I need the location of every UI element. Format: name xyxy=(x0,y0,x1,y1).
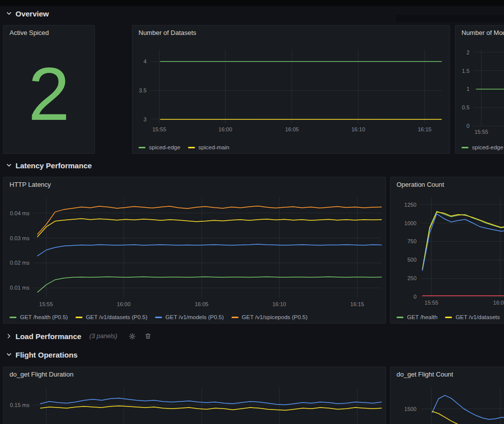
toolbar-strip xyxy=(396,15,504,22)
operation-count-chart[interactable]: 02505007501000125015:5516:00 xyxy=(390,191,504,323)
panel-title[interactable]: HTTP Latency xyxy=(10,181,51,188)
panel-flight-duration: do_get Flight Duration 0.15 ms xyxy=(3,367,386,424)
svg-text:750: 750 xyxy=(408,238,416,244)
panel-active-spiced: Active Spiced 2 xyxy=(3,25,95,154)
legend-swatch xyxy=(138,147,146,148)
chevron-down-icon xyxy=(5,351,12,359)
legend-label: GET /v1/datasets xyxy=(456,314,500,320)
chevron-right-icon xyxy=(5,333,12,340)
section-header-load-performance[interactable]: Load Performance (3 panels) xyxy=(5,331,152,342)
legend-swatch xyxy=(76,317,82,318)
svg-text:250: 250 xyxy=(408,275,416,281)
legend-item[interactable]: GET /v1/datasets (P0.5) xyxy=(76,314,148,320)
legend-item[interactable]: GET /v1/spicepods (P0.5) xyxy=(232,314,308,320)
stat-value: 2 xyxy=(4,34,94,153)
datasets-chart[interactable]: 33.5415:5516:0016:0516:1016:15 xyxy=(132,39,450,153)
svg-text:16:15: 16:15 xyxy=(418,126,432,132)
panel-number-of-models: Number of Models 00.511.5215:55 spiced-e… xyxy=(455,25,504,154)
legend-item[interactable]: spiced-edge xyxy=(138,144,180,150)
chevron-down-icon xyxy=(5,162,12,169)
panel-flight-count: do_get Flight Count 1500 xyxy=(390,367,504,424)
legend-label: GET /v1/datasets (P0.5) xyxy=(86,314,148,320)
panel-title[interactable]: do_get Flight Duration xyxy=(10,371,74,378)
http_latency-plot: 0.01 ms0.02 ms0.03 ms0.04 ms15:5516:0016… xyxy=(4,191,386,323)
legend-item[interactable]: spiced-edge xyxy=(462,144,504,150)
section-header-latency-performance[interactable]: Latency Performance xyxy=(5,160,92,171)
flight_count-plot: 1500 xyxy=(390,381,504,424)
panel-count-note: (3 panels) xyxy=(90,333,118,340)
chevron-down-icon xyxy=(5,10,12,17)
panel-title[interactable]: Number of Models xyxy=(462,29,504,36)
legend-swatch xyxy=(232,317,238,318)
legend-label: spiced-edge xyxy=(149,144,180,150)
legend-label: spiced-main xyxy=(198,144,230,150)
legend: GET /health (P0.5)GET /v1/datasets (P0.5… xyxy=(10,314,384,320)
svg-text:500: 500 xyxy=(408,257,416,263)
svg-text:0.01 ms: 0.01 ms xyxy=(10,285,30,291)
svg-text:0: 0 xyxy=(466,123,470,129)
flight_duration-plot: 0.15 ms xyxy=(4,381,386,424)
svg-text:1500: 1500 xyxy=(404,406,416,412)
svg-text:16:10: 16:10 xyxy=(352,126,366,132)
svg-text:0: 0 xyxy=(414,294,416,300)
svg-text:15:55: 15:55 xyxy=(474,129,488,135)
http-latency-chart[interactable]: 0.01 ms0.02 ms0.03 ms0.04 ms15:5516:0016… xyxy=(4,191,386,323)
svg-text:3: 3 xyxy=(144,116,146,122)
legend-label: spiced-edge xyxy=(472,144,504,150)
svg-text:16:00: 16:00 xyxy=(117,301,131,307)
svg-text:16:00: 16:00 xyxy=(218,126,232,132)
svg-text:1: 1 xyxy=(466,86,470,92)
svg-text:1.5: 1.5 xyxy=(462,68,470,74)
legend-item[interactable]: GET /health xyxy=(396,314,438,320)
datasets-plot: 33.5415:5516:0016:0516:1016:15 xyxy=(132,39,450,153)
legend-label: GET /health xyxy=(407,314,438,320)
svg-text:16:10: 16:10 xyxy=(272,301,286,307)
svg-text:16:05: 16:05 xyxy=(285,126,299,132)
panel-title[interactable]: Operation Count xyxy=(396,181,444,188)
svg-text:0.15 ms: 0.15 ms xyxy=(10,402,30,408)
legend-label: GET /health (P0.5) xyxy=(20,314,68,320)
legend: spiced-edgespiced-main xyxy=(138,144,448,150)
gear-icon[interactable] xyxy=(128,332,136,340)
legend-label: GET /v1/models (P0.5) xyxy=(166,314,224,320)
section-label: Flight Operations xyxy=(16,351,78,359)
svg-text:15:55: 15:55 xyxy=(39,301,53,307)
legend-item[interactable]: GET /health (P0.5) xyxy=(10,314,68,320)
operation_count-plot: 02505007501000125015:5516:00 xyxy=(390,191,504,323)
models-chart[interactable]: 00.511.5215:55 xyxy=(456,39,504,153)
legend-swatch xyxy=(445,317,452,318)
panel-http-latency: HTTP Latency 0.01 ms0.02 ms0.03 ms0.04 m… xyxy=(3,177,386,324)
svg-text:0.02 ms: 0.02 ms xyxy=(10,260,30,266)
svg-text:4: 4 xyxy=(144,58,146,64)
panel-title[interactable]: Number of Datasets xyxy=(138,29,196,36)
svg-text:0.03 ms: 0.03 ms xyxy=(10,235,30,241)
section-label: Overview xyxy=(16,9,49,18)
svg-text:3.5: 3.5 xyxy=(139,87,146,93)
svg-text:15:55: 15:55 xyxy=(424,300,438,306)
svg-text:0.5: 0.5 xyxy=(462,104,470,110)
legend-item[interactable]: spiced-main xyxy=(188,144,230,150)
flight-count-chart[interactable]: 1500 xyxy=(390,381,504,424)
trash-icon[interactable] xyxy=(144,332,152,340)
flight-duration-chart[interactable]: 0.15 ms xyxy=(4,381,386,424)
svg-text:16:00: 16:00 xyxy=(493,300,504,306)
section-label: Load Performance xyxy=(16,332,82,341)
legend-item[interactable]: GET /v1/models (P0.5) xyxy=(155,314,224,320)
legend-swatch xyxy=(188,147,195,148)
legend: spiced-edge xyxy=(462,144,504,150)
panel-operation-count: Operation Count 02505007501000125015:551… xyxy=(390,177,504,324)
legend-swatch xyxy=(10,317,16,318)
legend-item[interactable]: GET /v1/datasets xyxy=(445,314,500,320)
section-label: Latency Performance xyxy=(16,161,92,170)
models-plot: 00.511.5215:55 xyxy=(456,39,504,153)
legend-label: GET /v1/spicepods (P0.5) xyxy=(242,314,308,320)
section-header-overview[interactable]: Overview xyxy=(5,8,49,19)
panel-title[interactable]: do_get Flight Count xyxy=(396,371,453,378)
svg-text:16:15: 16:15 xyxy=(350,301,364,307)
grafana-dashboard: Overview Active Spiced 2 Number of Datas… xyxy=(0,0,504,424)
panel-title[interactable]: Active Spiced xyxy=(10,29,49,36)
svg-text:16:05: 16:05 xyxy=(194,301,208,307)
svg-text:0.04 ms: 0.04 ms xyxy=(10,210,30,216)
svg-text:1000: 1000 xyxy=(404,220,416,226)
section-header-flight-operations[interactable]: Flight Operations xyxy=(5,349,78,360)
